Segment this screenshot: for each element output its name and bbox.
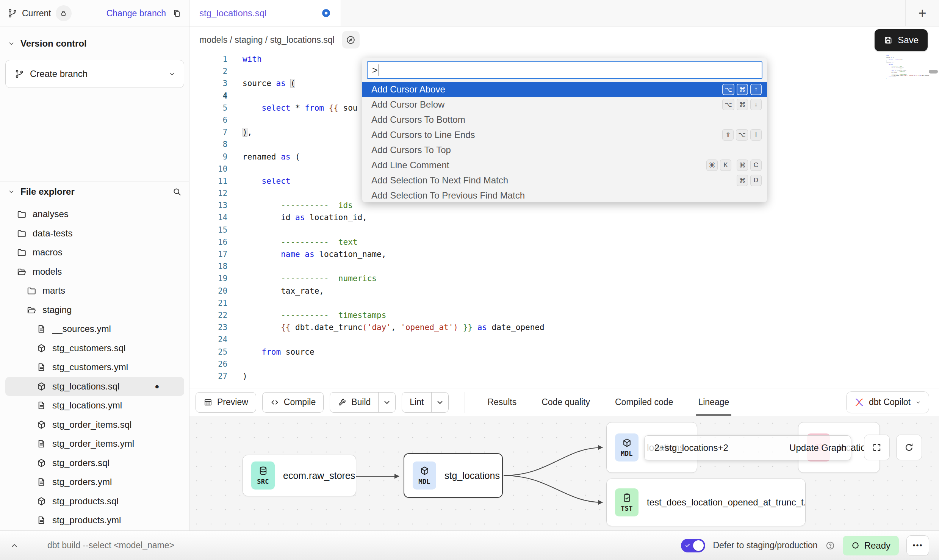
command-palette-input[interactable]: > bbox=[367, 61, 762, 79]
file-item-data-tests[interactable]: data-tests bbox=[5, 224, 184, 243]
palette-item[interactable]: Add Selection To Next Find Match⌘D bbox=[362, 173, 767, 188]
lineage-canvas[interactable]: SRCecom.raw_storesMDLstg_locationsMDLloc… bbox=[189, 416, 939, 530]
search-icon[interactable] bbox=[172, 187, 182, 197]
palette-item-label: Add Selection To Previous Find Match bbox=[371, 190, 762, 201]
palette-item[interactable]: Add Cursors to Line Ends⇧⌥I bbox=[362, 127, 767, 142]
version-control-title: Version control bbox=[20, 38, 87, 49]
keyboard-shortcut-key: ⌘ bbox=[737, 160, 748, 171]
code-line: from source bbox=[243, 346, 545, 358]
branch-header: Current Change branch bbox=[0, 0, 189, 27]
refresh-button[interactable] bbox=[896, 435, 922, 460]
file-item-stg_customers.yml[interactable]: stg_customers.yml bbox=[5, 358, 184, 377]
tab-lineage[interactable]: Lineage bbox=[698, 388, 729, 416]
text-caret bbox=[379, 64, 379, 76]
chevron-down-icon bbox=[8, 188, 15, 196]
keyboard-shortcut-key: ⌥ bbox=[722, 99, 734, 110]
preview-button[interactable]: Preview bbox=[196, 392, 256, 413]
version-control-section-header[interactable]: Version control bbox=[0, 35, 189, 52]
save-icon bbox=[884, 36, 893, 45]
file-label: marts bbox=[42, 285, 65, 296]
file-label: stg_locations.sql bbox=[52, 381, 119, 392]
line-number: 8 bbox=[189, 138, 227, 150]
file-item-stg_products.sql[interactable]: stg_products.sql bbox=[5, 492, 184, 511]
file-label: stg_customers.yml bbox=[52, 362, 128, 372]
palette-item[interactable]: Add Cursors To Bottom bbox=[362, 112, 767, 127]
file-item-macros[interactable]: macros bbox=[5, 243, 184, 262]
action-toolbar: Preview Compile Build Lint Results Code … bbox=[189, 388, 939, 416]
code-line bbox=[243, 224, 545, 236]
navigate-chip[interactable] bbox=[342, 31, 360, 48]
line-number: 26 bbox=[189, 358, 227, 370]
palette-item-label: Add Cursors To Bottom bbox=[371, 114, 762, 125]
create-branch-dropdown[interactable] bbox=[160, 60, 184, 88]
lint-dropdown[interactable] bbox=[431, 393, 448, 412]
create-branch-button[interactable]: Create branch bbox=[5, 60, 184, 88]
tab-compiled-code[interactable]: Compiled code bbox=[615, 388, 673, 416]
file-item-stg_locations.sql[interactable]: stg_locations.sql• bbox=[5, 377, 184, 396]
file-item-staging[interactable]: staging bbox=[5, 300, 184, 320]
save-button[interactable]: Save bbox=[875, 29, 928, 51]
minimap[interactable]: withsource as ( select * from {{ sou),re… bbox=[886, 55, 931, 79]
lineage-selector-input[interactable] bbox=[645, 436, 785, 460]
file-item-stg_order_items.yml[interactable]: stg_order_items.yml bbox=[5, 434, 184, 454]
keyboard-shortcut-key: D bbox=[750, 175, 762, 186]
file-item-stg_products.yml[interactable]: stg_products.yml bbox=[5, 511, 184, 530]
tab-results[interactable]: Results bbox=[487, 388, 516, 416]
line-number: 24 bbox=[189, 333, 227, 346]
folder-icon bbox=[17, 228, 27, 238]
lineage-node-stg-locations[interactable]: MDLstg_locations bbox=[404, 453, 503, 498]
lint-button[interactable]: Lint bbox=[402, 392, 449, 413]
file-item-analyses[interactable]: analyses bbox=[5, 205, 184, 224]
keyboard-shortcut-key: ⌘ bbox=[737, 84, 748, 95]
wrench-icon bbox=[338, 398, 347, 407]
defer-toggle[interactable] bbox=[681, 539, 705, 552]
table-icon bbox=[203, 398, 213, 407]
palette-item[interactable]: Add Line Comment⌘K⌘C bbox=[362, 158, 767, 173]
fullscreen-button[interactable] bbox=[864, 435, 890, 460]
tab-stg-locations-sql[interactable]: stg_locations.sql bbox=[189, 0, 341, 26]
palette-item[interactable]: Add Cursor Below⌥⌘↓ bbox=[362, 97, 767, 112]
copy-icon[interactable] bbox=[172, 9, 182, 18]
file-item-stg_locations.yml[interactable]: stg_locations.yml bbox=[5, 396, 184, 415]
file-item-stg_customers.sql[interactable]: stg_customers.sql bbox=[5, 339, 184, 358]
help-icon[interactable] bbox=[825, 541, 835, 551]
line-number: 19 bbox=[189, 272, 227, 285]
line-number: 27 bbox=[189, 370, 227, 382]
build-dropdown[interactable] bbox=[378, 393, 395, 412]
node-type-badge: TST bbox=[615, 488, 639, 516]
palette-item[interactable]: Add Selection To Previous Find Match bbox=[362, 188, 767, 202]
compile-button[interactable]: Compile bbox=[262, 392, 324, 413]
dbt-copilot-button[interactable]: dbt Copilot bbox=[846, 391, 929, 413]
build-button[interactable]: Build bbox=[330, 392, 396, 413]
file-explorer-section-header[interactable]: File explorer bbox=[0, 181, 189, 202]
chevron-up-icon[interactable] bbox=[10, 541, 19, 550]
tab-code-quality[interactable]: Code quality bbox=[541, 388, 590, 416]
palette-item[interactable]: Add Cursors To Top bbox=[362, 142, 767, 158]
check-icon bbox=[684, 542, 691, 549]
file-item-models[interactable]: models bbox=[5, 262, 184, 282]
cube-icon bbox=[622, 438, 632, 448]
cube-icon bbox=[36, 420, 46, 430]
line-number: 6 bbox=[189, 114, 227, 126]
node-label: stg_locations bbox=[444, 470, 500, 481]
unsaved-changes-dot bbox=[322, 9, 330, 17]
file-item-stg_orders.yml[interactable]: stg_orders.yml bbox=[5, 472, 184, 492]
more-options-button[interactable]: ••• bbox=[906, 535, 929, 556]
file-item-stg_order_items.sql[interactable]: stg_order_items.sql bbox=[5, 415, 184, 435]
line-number: 16 bbox=[189, 236, 227, 248]
change-branch-link[interactable]: Change branch bbox=[106, 8, 166, 19]
file-item-__sources.yml[interactable]: __sources.yml bbox=[5, 319, 184, 339]
code-line bbox=[243, 260, 545, 272]
file-item-marts[interactable]: marts bbox=[5, 281, 184, 300]
palette-item[interactable]: Add Cursor Above⌥⌘↑ bbox=[362, 82, 767, 97]
ready-status-badge[interactable]: Ready bbox=[843, 536, 899, 555]
palette-item-label: Add Selection To Next Find Match bbox=[371, 175, 737, 186]
new-tab-button[interactable]: + bbox=[905, 0, 939, 26]
lineage-node-ecom-raw-stores[interactable]: SRCecom.raw_stores bbox=[243, 455, 356, 496]
lineage-node-test-node[interactable]: TSTtest_does_location_opened_at_trunc_t.… bbox=[606, 479, 806, 526]
command-input[interactable]: dbt build --select <model_name> bbox=[47, 540, 174, 551]
doc-icon bbox=[36, 477, 46, 487]
update-graph-button[interactable]: Update Graph bbox=[785, 436, 851, 460]
file-item-stg_orders.sql[interactable]: stg_orders.sql bbox=[5, 454, 184, 473]
scrollbar-thumb[interactable] bbox=[929, 70, 938, 74]
